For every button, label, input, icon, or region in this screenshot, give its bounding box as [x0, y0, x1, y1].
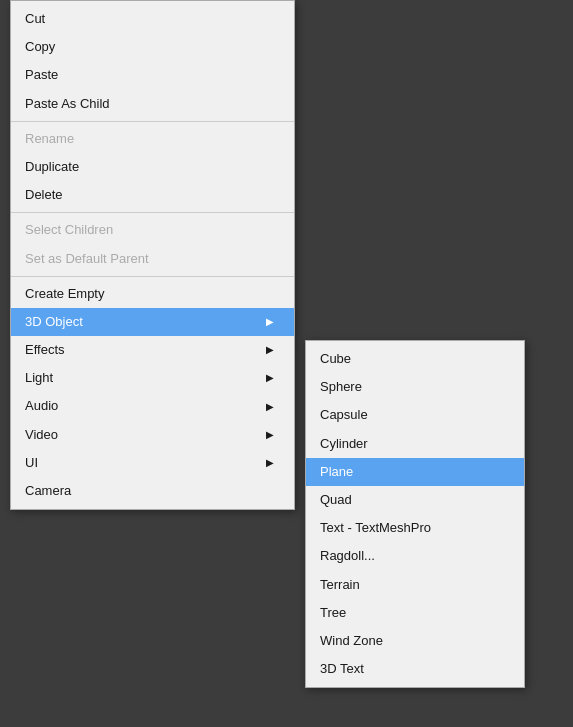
submenu-item-cylinder-label: Cylinder	[320, 435, 368, 453]
menu-item-cut[interactable]: Cut	[11, 5, 294, 33]
menu-item-select-children: Select Children	[11, 216, 294, 244]
menu-item-cut-label: Cut	[25, 10, 45, 28]
context-menu: Cut Copy Paste Paste As Child Rename Dup…	[10, 0, 295, 510]
menu-item-ui-label: UI	[25, 454, 38, 472]
submenu-item-cube[interactable]: Cube	[306, 345, 524, 373]
menu-item-3d-object-label: 3D Object	[25, 313, 83, 331]
submenu-arrow-light: ▶	[266, 371, 274, 385]
menu-item-effects[interactable]: Effects ▶	[11, 336, 294, 364]
separator-2	[11, 212, 294, 213]
menu-item-rename: Rename	[11, 125, 294, 153]
menu-item-paste[interactable]: Paste	[11, 61, 294, 89]
menu-item-paste-as-child[interactable]: Paste As Child	[11, 90, 294, 118]
menu-item-copy-label: Copy	[25, 38, 55, 56]
submenu-item-cube-label: Cube	[320, 350, 351, 368]
submenu-item-plane-label: Plane	[320, 463, 353, 481]
submenu-item-capsule-label: Capsule	[320, 406, 368, 424]
menu-item-duplicate-label: Duplicate	[25, 158, 79, 176]
menu-item-rename-label: Rename	[25, 130, 74, 148]
submenu-arrow-audio: ▶	[266, 400, 274, 414]
submenu-item-capsule[interactable]: Capsule	[306, 401, 524, 429]
submenu-item-terrain-label: Terrain	[320, 576, 360, 594]
submenu-item-text-textmeshpro-label: Text - TextMeshPro	[320, 519, 431, 537]
submenu-item-cylinder[interactable]: Cylinder	[306, 430, 524, 458]
menu-item-create-empty[interactable]: Create Empty	[11, 280, 294, 308]
menu-item-delete[interactable]: Delete	[11, 181, 294, 209]
menu-item-video-label: Video	[25, 426, 58, 444]
menu-item-create-empty-label: Create Empty	[25, 285, 104, 303]
submenu-arrow-ui: ▶	[266, 456, 274, 470]
menu-item-audio-label: Audio	[25, 397, 58, 415]
menu-item-video[interactable]: Video ▶	[11, 421, 294, 449]
menu-item-delete-label: Delete	[25, 186, 63, 204]
menu-item-audio[interactable]: Audio ▶	[11, 392, 294, 420]
submenu-item-tree[interactable]: Tree	[306, 599, 524, 627]
submenu-item-wind-zone-label: Wind Zone	[320, 632, 383, 650]
submenu-item-3d-text[interactable]: 3D Text	[306, 655, 524, 683]
menu-item-camera-label: Camera	[25, 482, 71, 500]
submenu-item-quad-label: Quad	[320, 491, 352, 509]
submenu-item-ragdoll-label: Ragdoll...	[320, 547, 375, 565]
menu-item-set-as-default-parent: Set as Default Parent	[11, 245, 294, 273]
menu-item-paste-label: Paste	[25, 66, 58, 84]
menu-item-camera[interactable]: Camera	[11, 477, 294, 505]
separator-3	[11, 276, 294, 277]
submenu-arrow-effects: ▶	[266, 343, 274, 357]
separator-1	[11, 121, 294, 122]
submenu-item-sphere-label: Sphere	[320, 378, 362, 396]
submenu-item-terrain[interactable]: Terrain	[306, 571, 524, 599]
menu-item-3d-object[interactable]: 3D Object ▶	[11, 308, 294, 336]
menu-item-copy[interactable]: Copy	[11, 33, 294, 61]
submenu-item-text-textmeshpro[interactable]: Text - TextMeshPro	[306, 514, 524, 542]
submenu-item-wind-zone[interactable]: Wind Zone	[306, 627, 524, 655]
menu-item-light-label: Light	[25, 369, 53, 387]
submenu-arrow-video: ▶	[266, 428, 274, 442]
menu-item-select-children-label: Select Children	[25, 221, 113, 239]
submenu-item-quad[interactable]: Quad	[306, 486, 524, 514]
submenu-item-tree-label: Tree	[320, 604, 346, 622]
submenu-3d-object: Cube Sphere Capsule Cylinder Plane Quad …	[305, 340, 525, 688]
menu-item-ui[interactable]: UI ▶	[11, 449, 294, 477]
submenu-item-plane[interactable]: Plane	[306, 458, 524, 486]
menu-item-paste-as-child-label: Paste As Child	[25, 95, 110, 113]
menu-item-duplicate[interactable]: Duplicate	[11, 153, 294, 181]
menu-item-set-as-default-parent-label: Set as Default Parent	[25, 250, 149, 268]
submenu-arrow-3d-object: ▶	[266, 315, 274, 329]
submenu-item-3d-text-label: 3D Text	[320, 660, 364, 678]
menu-item-effects-label: Effects	[25, 341, 65, 359]
menu-item-light[interactable]: Light ▶	[11, 364, 294, 392]
submenu-item-ragdoll[interactable]: Ragdoll...	[306, 542, 524, 570]
submenu-item-sphere[interactable]: Sphere	[306, 373, 524, 401]
